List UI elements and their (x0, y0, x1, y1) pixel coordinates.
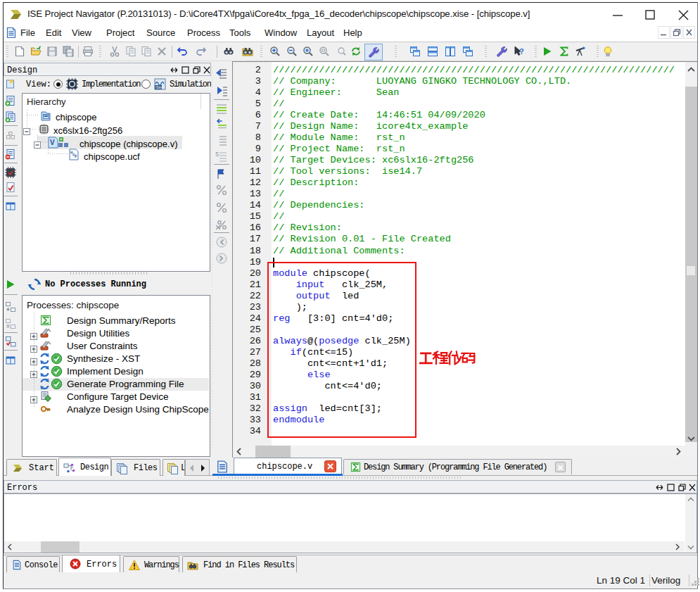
svg-text:5: 5 (215, 151, 219, 158)
svg-text:F: F (75, 154, 77, 159)
svg-text:V: V (50, 139, 55, 146)
svg-text:?: ? (519, 47, 524, 56)
svg-text:ISim: ISim (155, 85, 163, 89)
